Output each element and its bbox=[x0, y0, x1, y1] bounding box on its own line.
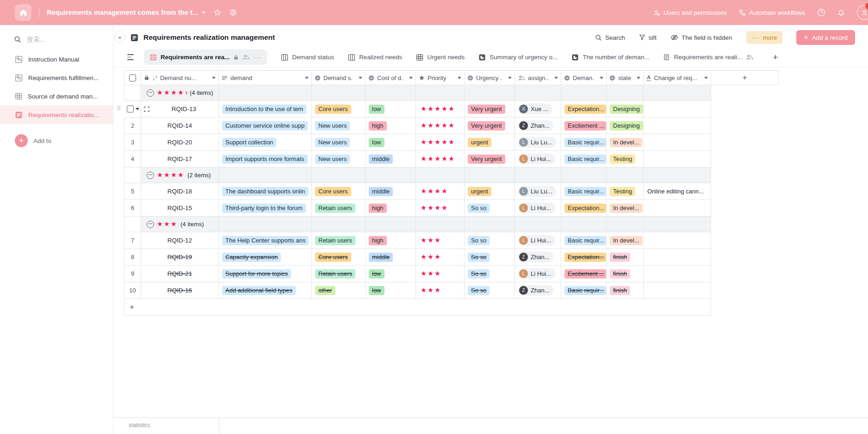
add-field-icon[interactable]: + bbox=[743, 73, 747, 82]
cell-cost[interactable]: high bbox=[366, 200, 416, 217]
cell-state[interactable]: In devel... bbox=[607, 134, 644, 151]
cell-demand-type[interactable]: Expectation... bbox=[561, 101, 607, 118]
cell-demand-source[interactable]: Retain users bbox=[312, 232, 366, 249]
row-gutter-cell[interactable] bbox=[124, 101, 141, 118]
sidebar-collapse-button[interactable]: « bbox=[114, 31, 125, 43]
cell-demand-number[interactable]: RQID-14 bbox=[141, 118, 219, 134]
row-gutter-cell[interactable]: 5 bbox=[124, 183, 141, 200]
cell-demand[interactable]: Third-party login to the forum bbox=[219, 200, 312, 217]
add-record-button[interactable]: + Add a record bbox=[796, 30, 855, 45]
cell-priority[interactable]: ★★★★★ bbox=[416, 134, 465, 151]
cell-demand[interactable]: Support collection bbox=[219, 134, 312, 151]
select-all-checkbox[interactable] bbox=[129, 74, 136, 81]
column-menu-caret-icon[interactable] bbox=[554, 77, 558, 79]
cell-priority[interactable]: ★★★ bbox=[416, 249, 465, 266]
column-menu-caret-icon[interactable] bbox=[359, 77, 362, 79]
cell-change-of-requirement[interactable] bbox=[644, 200, 711, 217]
badge-settings-icon[interactable] bbox=[229, 9, 237, 16]
cell-state[interactable]: In devel... bbox=[607, 200, 644, 217]
group-toggle-cell[interactable]: ★★★(4 items) bbox=[141, 217, 219, 232]
cell-priority[interactable]: ★★★ bbox=[416, 266, 465, 282]
cell-urgency[interactable]: Very urgent bbox=[465, 151, 515, 167]
column-header-urgency[interactable]: Urgency ... bbox=[465, 70, 515, 85]
cell-priority[interactable]: ★★★ bbox=[416, 232, 465, 249]
row-gutter-cell[interactable]: 10 bbox=[124, 282, 141, 299]
favorite-star-icon[interactable] bbox=[214, 9, 221, 16]
cell-priority[interactable]: ★★★ bbox=[416, 282, 465, 299]
sidebar-item-3[interactable]: Requirements realizatio... bbox=[0, 105, 113, 124]
cell-priority[interactable]: ★★★★ bbox=[416, 200, 465, 217]
search-button[interactable]: Search bbox=[595, 34, 625, 41]
cell-state[interactable]: finish bbox=[607, 249, 644, 266]
cell-demand-type[interactable]: Expectation... bbox=[561, 249, 607, 266]
cell-change-of-requirement[interactable] bbox=[644, 282, 711, 299]
cell-demand-type[interactable]: Basic requir... bbox=[561, 183, 607, 200]
cell-change-of-requirement[interactable]: Online editing cann... bbox=[644, 183, 711, 200]
cell-cost[interactable]: high bbox=[366, 232, 416, 249]
view-tab-5[interactable]: Requirements are reali... bbox=[663, 54, 753, 61]
collapse-group-icon[interactable] bbox=[147, 221, 154, 228]
cell-demand-type[interactable]: Basic requir... bbox=[561, 134, 607, 151]
row-gutter-cell[interactable]: 4 bbox=[124, 151, 141, 167]
cell-state[interactable]: Testing bbox=[607, 183, 644, 200]
view-tab-1[interactable]: Realized needs bbox=[348, 54, 402, 61]
row-gutter-cell[interactable]: 2 bbox=[124, 118, 141, 134]
cell-demand-number[interactable]: RQID-12 bbox=[141, 232, 219, 249]
column-menu-caret-icon[interactable] bbox=[458, 77, 461, 79]
view-tab-3[interactable]: Summary of urgency o... bbox=[478, 54, 558, 61]
cell-state[interactable]: finish bbox=[607, 266, 644, 282]
collapse-group-icon[interactable] bbox=[147, 89, 154, 97]
cell-demand-source[interactable]: New users bbox=[312, 118, 366, 134]
tab-more-icon[interactable]: ··· bbox=[254, 54, 261, 61]
view-list-icon[interactable] bbox=[127, 54, 134, 60]
add-row-button[interactable]: + bbox=[124, 299, 711, 316]
cell-assignee[interactable]: LLi Hui... bbox=[515, 232, 561, 249]
cell-urgency[interactable]: urgent bbox=[465, 134, 515, 151]
cell-assignee[interactable]: ZZhan... bbox=[515, 249, 561, 266]
cell-state[interactable]: finish bbox=[607, 282, 644, 299]
expand-record-icon[interactable] bbox=[144, 106, 149, 112]
column-menu-caret-icon[interactable] bbox=[704, 77, 708, 79]
cell-demand[interactable]: Capacity expansion bbox=[219, 249, 312, 266]
statistics-label[interactable]: statistics bbox=[129, 422, 150, 428]
cell-demand-source[interactable]: Core users bbox=[312, 183, 366, 200]
cell-demand-number[interactable]: RQID-17 bbox=[141, 151, 219, 167]
column-menu-caret-icon[interactable] bbox=[409, 77, 413, 79]
cell-cost[interactable]: low bbox=[366, 266, 416, 282]
cell-urgency[interactable]: So so bbox=[465, 232, 515, 249]
automate-workflows-button[interactable]: Automate workflows bbox=[739, 9, 805, 16]
row-gutter-cell[interactable]: 6 bbox=[124, 200, 141, 217]
drag-handle-icon[interactable]: ⠿ bbox=[117, 105, 121, 112]
row-checkbox[interactable] bbox=[127, 105, 134, 112]
cell-assignee[interactable]: LLi Hui... bbox=[515, 266, 561, 282]
cell-demand[interactable]: Introduction to the use of tem bbox=[219, 101, 312, 118]
column-menu-caret-icon[interactable] bbox=[508, 77, 512, 79]
cell-demand-number[interactable]: RQID-20 bbox=[141, 134, 219, 151]
row-gutter-cell[interactable]: 3 bbox=[124, 134, 141, 151]
cell-urgency[interactable]: So so bbox=[465, 200, 515, 217]
add-to-button[interactable]: + Add to bbox=[15, 134, 113, 147]
cell-demand[interactable]: Customer service online supp bbox=[219, 118, 312, 134]
cell-priority[interactable]: ★★★★ bbox=[416, 183, 465, 200]
row-gutter-cell[interactable]: 9 bbox=[124, 266, 141, 282]
column-menu-caret-icon[interactable] bbox=[600, 77, 603, 79]
cell-cost[interactable]: middle bbox=[366, 249, 416, 266]
column-menu-caret-icon[interactable] bbox=[305, 77, 309, 79]
cell-urgency[interactable]: So so bbox=[465, 266, 515, 282]
cell-demand-type[interactable]: Excitement ... bbox=[561, 118, 607, 134]
cell-priority[interactable]: ★★★★★ bbox=[416, 101, 465, 118]
cell-demand-number[interactable]: RQID-19 bbox=[141, 249, 219, 266]
column-header-cost[interactable]: Cost of d... bbox=[366, 70, 416, 85]
cell-demand-type[interactable]: Expectation... bbox=[561, 200, 607, 217]
cell-demand-type[interactable]: Basic requir... bbox=[561, 151, 607, 167]
cell-assignee[interactable]: XXue ... bbox=[515, 101, 561, 118]
cell-demand[interactable]: Support for more topics bbox=[219, 266, 312, 282]
cell-change-of-requirement[interactable] bbox=[644, 134, 711, 151]
view-tab-4[interactable]: The number of deman... bbox=[571, 54, 649, 61]
cell-change-of-requirement[interactable] bbox=[644, 232, 711, 249]
column-header-assign[interactable]: assign... bbox=[515, 70, 561, 85]
cell-demand-source[interactable]: Core users bbox=[312, 101, 366, 118]
column-header-change[interactable]: AChange of req... bbox=[644, 70, 711, 85]
cell-demand[interactable]: Add additional field types bbox=[219, 282, 312, 299]
home-button[interactable] bbox=[15, 4, 31, 21]
